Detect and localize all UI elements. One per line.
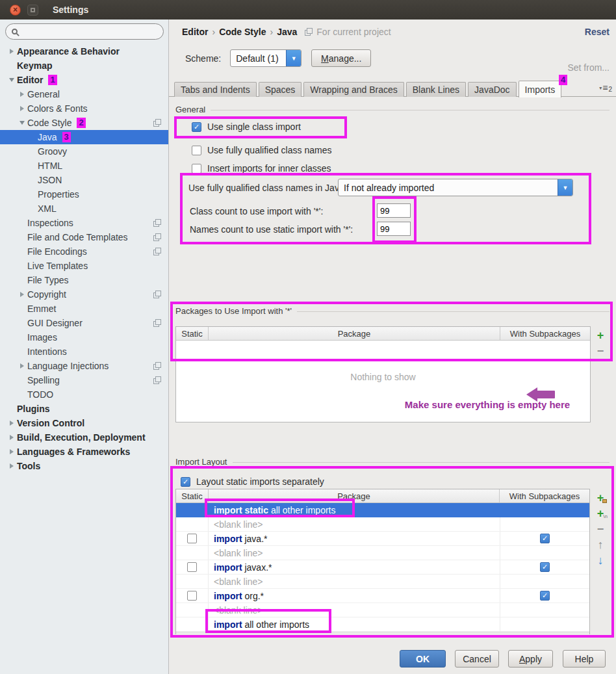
maximize-button[interactable]	[27, 5, 38, 16]
sidebar-item-languages-frameworks[interactable]: Languages & Frameworks	[0, 445, 168, 459]
checkbox-use-fully-qualified-class-names[interactable]: Use fully qualified class names	[192, 142, 331, 158]
chevron-right-icon[interactable]	[17, 363, 27, 369]
help-button[interactable]: Help	[563, 650, 606, 668]
sidebar-item-inspections[interactable]: Inspections	[0, 216, 168, 230]
reset-link[interactable]: Reset	[585, 27, 610, 37]
manage-button[interactable]: Manage...	[311, 49, 371, 67]
blank-line-row[interactable]: <blank line>	[176, 603, 589, 617]
tab-imports[interactable]: Imports4	[519, 81, 562, 97]
tab-spaces[interactable]: Spaces	[259, 82, 302, 97]
chevron-right-icon[interactable]	[6, 435, 17, 440]
sidebar-item-gui-designer[interactable]: GUI Designer	[0, 316, 168, 330]
search-box[interactable]	[5, 23, 164, 40]
chevron-right-icon[interactable]	[6, 463, 17, 469]
tab-wrapping-and-braces[interactable]: Wrapping and Braces	[303, 82, 404, 97]
sidebar-item-label: Intentions	[27, 346, 67, 357]
blank-line-row[interactable]: <blank line>	[176, 546, 589, 560]
names-count-field[interactable]	[377, 222, 411, 236]
checkbox[interactable]	[192, 164, 201, 174]
sidebar-item-todo[interactable]: TODO	[0, 387, 168, 402]
move-down-icon[interactable]: ↓	[593, 552, 608, 568]
breadcrumb-item-editor[interactable]: Editor	[182, 27, 208, 37]
set-from-link[interactable]: Set from...	[567, 62, 610, 73]
sidebar-item-file-and-code-templates[interactable]: File and Code Templates	[0, 230, 168, 244]
package-cell: <blank line>	[209, 546, 500, 560]
with-subpackages-checkbox[interactable]: ✓	[540, 534, 550, 543]
sidebar-item-file-encodings[interactable]: File Encodings	[0, 244, 168, 259]
static-checkbox[interactable]	[187, 591, 197, 601]
remove-icon[interactable]: −	[593, 343, 608, 359]
checkbox-insert-imports-for-inner-classes[interactable]: Insert imports for inner classes	[192, 161, 331, 176]
apply-button[interactable]: Apply	[508, 650, 553, 668]
sidebar-item-java[interactable]: Java3	[0, 130, 168, 144]
chevron-right-icon[interactable]	[17, 292, 27, 297]
breadcrumb-item-code-style[interactable]: Code Style	[219, 27, 266, 37]
chevron-down-icon[interactable]	[17, 121, 27, 125]
sidebar-item-build-execution-deployment[interactable]: Build, Execution, Deployment	[0, 430, 168, 445]
chevron-down-icon[interactable]	[6, 78, 17, 82]
tab-javadoc[interactable]: JavaDoc	[468, 82, 516, 97]
breadcrumb-item-java[interactable]: Java	[277, 27, 297, 37]
sidebar-item-language-injections[interactable]: Language Injections	[0, 359, 168, 373]
add-blank-line-icon[interactable]: +\n	[593, 506, 608, 521]
chevron-right-icon[interactable]	[17, 106, 27, 111]
sidebar-item-images[interactable]: Images	[0, 330, 168, 344]
import-rule-row[interactable]: import all other imports	[176, 617, 589, 632]
close-button[interactable]: ×	[10, 5, 21, 16]
add-package-icon[interactable]: +	[593, 490, 608, 506]
sidebar-item-appearance-behavior[interactable]: Appearance & Behavior	[0, 44, 168, 58]
sidebar-item-file-types[interactable]: File Types	[0, 273, 168, 287]
sidebar-item-code-style[interactable]: Code Style2	[0, 116, 168, 130]
blank-line-row[interactable]: <blank line>	[176, 517, 589, 532]
import-rule-row[interactable]: import org.*✓	[176, 589, 589, 603]
sidebar-item-version-control[interactable]: Version Control	[0, 416, 168, 430]
class-count-field[interactable]	[377, 203, 411, 218]
tab-blank-lines[interactable]: Blank Lines	[406, 82, 466, 97]
dropdown-button[interactable]: ▼	[286, 50, 301, 66]
checkbox[interactable]	[192, 146, 201, 155]
dropdown-button[interactable]: ▼	[558, 179, 572, 196]
with-subpackages-checkbox[interactable]: ✓	[540, 562, 550, 572]
with-subpackages-checkbox[interactable]: ✓	[540, 591, 550, 601]
add-icon[interactable]: +	[593, 328, 608, 343]
sidebar-item-general[interactable]: General	[0, 87, 168, 101]
tab-tabs-and-indents[interactable]: Tabs and Indents	[174, 82, 257, 97]
sidebar-item-keymap[interactable]: Keymap	[0, 58, 168, 73]
sidebar-item-html[interactable]: HTML	[0, 159, 168, 173]
chevron-right-icon[interactable]	[6, 49, 17, 54]
blank-line-row[interactable]: <blank line>	[176, 575, 589, 589]
checkbox[interactable]: ✓	[181, 477, 190, 487]
sidebar-item-xml[interactable]: XML	[0, 201, 168, 216]
ok-button[interactable]: OK	[400, 650, 446, 668]
search-input[interactable]	[21, 27, 157, 36]
sidebar-item-properties[interactable]: Properties	[0, 187, 168, 201]
sidebar-item-copyright[interactable]: Copyright	[0, 287, 168, 302]
checkbox[interactable]: ✓	[192, 122, 201, 132]
cancel-button[interactable]: Cancel	[455, 650, 499, 668]
chevron-right-icon[interactable]	[6, 449, 17, 454]
sidebar-item-emmet[interactable]: Emmet	[0, 302, 168, 316]
javadoc-select[interactable]: If not already imported ▼	[338, 179, 573, 196]
hidden-tabs-button[interactable]: ▾ ≡ 2	[599, 83, 612, 93]
sidebar-item-intentions[interactable]: Intentions	[0, 344, 168, 359]
sidebar-item-plugins[interactable]: Plugins	[0, 402, 168, 416]
sidebar-item-tools[interactable]: Tools	[0, 459, 168, 473]
import-rule-row[interactable]: import javax.*✓	[176, 560, 589, 575]
sidebar-item-live-templates[interactable]: Live Templates	[0, 259, 168, 273]
sidebar-item-colors-fonts[interactable]: Colors & Fonts	[0, 101, 168, 116]
static-checkbox[interactable]	[187, 534, 197, 543]
import-rule-row[interactable]: import java.*✓	[176, 532, 589, 546]
remove-icon[interactable]: −	[593, 521, 608, 537]
checkbox-layout-static-imports-separately[interactable]: ✓ Layout static imports separately	[181, 474, 324, 489]
chevron-right-icon[interactable]	[17, 92, 27, 97]
sidebar-item-spelling[interactable]: Spelling	[0, 373, 168, 387]
scheme-select[interactable]: Default (1) ▼	[230, 49, 302, 67]
chevron-right-icon[interactable]	[6, 421, 17, 426]
checkbox-use-single-class-import[interactable]: ✓ Use single class import	[192, 119, 301, 135]
sidebar-item-groovy[interactable]: Groovy	[0, 144, 168, 159]
sidebar-item-editor[interactable]: Editor1	[0, 73, 168, 87]
sidebar-item-json[interactable]: JSON	[0, 173, 168, 187]
static-checkbox[interactable]	[187, 562, 197, 572]
group-divider	[233, 462, 610, 463]
import-rule-row[interactable]: import static all other imports	[176, 503, 589, 517]
